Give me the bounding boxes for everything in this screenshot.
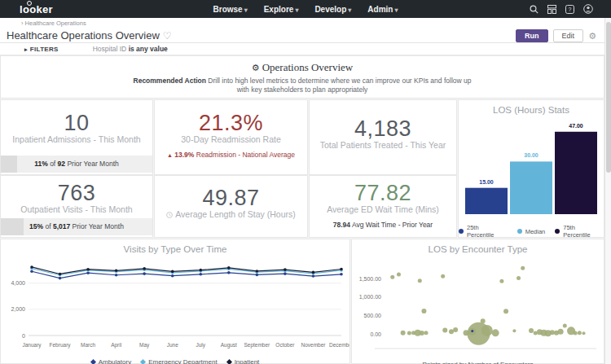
kpi-label: Outpatient Visits - This Month xyxy=(1,204,152,214)
kpi-tile-inpatient-admissions[interactable]: 10 Inpatient Admissions - This Month 11%… xyxy=(0,99,153,175)
triangle-up-icon: ▲ xyxy=(167,152,173,158)
kpi-value: 763 xyxy=(1,181,152,206)
title-actions: Run Edit ⚙ xyxy=(516,29,596,42)
nav-menu-browse[interactable]: Browse▾ xyxy=(213,5,248,14)
chevron-down-icon: ▾ xyxy=(348,7,351,14)
kpi-tile-ed-wait-time[interactable]: 77.82 Average ED Wait Time (Mins) 78.94 … xyxy=(309,175,457,238)
svg-text:March: March xyxy=(81,342,95,348)
svg-text:October: October xyxy=(275,342,295,348)
svg-text:30.00: 30.00 xyxy=(524,152,538,158)
page-title: Healthcare Operations Overview♡ xyxy=(7,29,172,42)
nav-menu-explore[interactable]: Explore▾ xyxy=(264,5,299,14)
chevron-right-icon: › xyxy=(21,20,24,27)
help-icon[interactable]: ? xyxy=(565,5,574,14)
kpi-label: 30-Day Readmission Rate xyxy=(155,134,307,144)
los-by-encounter-tile: LOS by Encounter Type 1,500.001,000.0050… xyxy=(351,239,604,364)
svg-text:August: August xyxy=(221,342,237,349)
kpi-progress-text: 15% of 5,017 Prior Year Month xyxy=(1,218,152,235)
search-icon[interactable] xyxy=(530,5,538,14)
chevron-down-icon: ▾ xyxy=(394,7,398,14)
vertical-scrollbar[interactable] xyxy=(604,18,611,364)
kpi-tile-readmission-rate[interactable]: 21.3% 30-Day Readmission Rate ▲ 13.9% Re… xyxy=(154,99,308,175)
legend-dot-icon xyxy=(555,229,560,234)
legend-marker-icon xyxy=(140,359,146,364)
nav-menu-admin[interactable]: Admin▾ xyxy=(367,5,398,14)
edit-button[interactable]: Edit xyxy=(553,29,584,42)
chart-title: LOS by Encounter Type xyxy=(352,244,604,254)
chart-title: LOS (Hours) Stats xyxy=(459,105,604,115)
recommended-action-text: Recommended Action Drill into high level… xyxy=(131,77,473,95)
legend-item[interactable]: Emergency Department xyxy=(141,358,217,364)
svg-text:1,000.00: 1,000.00 xyxy=(359,294,381,300)
kpi-value: 21.3% xyxy=(155,111,307,136)
kpi-value: 49.87 xyxy=(155,186,307,211)
kpi-tile-outpatient-visits[interactable]: 763 Outpatient Visits - This Month 15% o… xyxy=(0,175,153,238)
svg-text:September: September xyxy=(244,342,270,349)
kpi-progress-bar: 15% of 5,017 Prior Year Month xyxy=(1,218,152,235)
kpi-value: 77.82 xyxy=(310,181,456,206)
kpi-label: Inpatient Admissions - This Month xyxy=(1,134,152,144)
title-row: Healthcare Operations Overview♡ Run Edit… xyxy=(0,28,604,43)
kpi-progress-text: 11% of 92 Prior Year Month xyxy=(1,156,152,173)
svg-text:0: 0 xyxy=(22,333,25,339)
account-icon[interactable] xyxy=(583,4,593,14)
visits-chart[interactable]: 4,0002,0000JanuaryFebruaryMarchAprilMayJ… xyxy=(1,254,349,357)
svg-text:June: June xyxy=(167,342,178,348)
svg-text:November: November xyxy=(301,342,326,348)
chevron-down-icon: ▾ xyxy=(244,7,248,14)
favorite-heart-icon[interactable]: ♡ xyxy=(163,30,172,42)
svg-text:February: February xyxy=(50,342,72,349)
legend-item[interactable]: Ambulatory xyxy=(91,358,131,364)
run-button[interactable]: Run xyxy=(516,29,548,42)
svg-text:47.00: 47.00 xyxy=(569,123,583,129)
svg-text:15.00: 15.00 xyxy=(479,179,494,185)
filter-hospital-id[interactable]: Hospital ID is any value xyxy=(93,45,168,53)
kpi-label: Average Length of Stay (Hours) xyxy=(155,209,307,220)
kpi-progress-bar: 11% of 92 Prior Year Month xyxy=(1,156,152,173)
svg-text:July: July xyxy=(196,342,205,349)
legend-item[interactable]: 75th Percentile xyxy=(555,224,604,239)
svg-text:4,000: 4,000 xyxy=(11,280,25,286)
svg-text:?: ? xyxy=(569,7,572,12)
top-nav-bar: looker Browse▾ Explore▾ Develop▾ Admin▾ … xyxy=(0,0,611,18)
chart-caption: Points sized by Number of Encounters xyxy=(352,361,604,364)
kpi-comparison: 78.94 Avg Wait Time - Prior Year xyxy=(310,221,456,229)
svg-text:December: December xyxy=(329,342,349,348)
kpi-label: Total Patients Treated - This Year xyxy=(310,140,456,150)
kpi-tile-avg-length-of-stay[interactable]: 49.87 Average Length of Stay (Hours) xyxy=(154,175,308,238)
legend-item[interactable]: 25th Percentile xyxy=(459,224,508,239)
svg-text:500.00: 500.00 xyxy=(364,313,382,318)
los-encounter-chart[interactable]: 1,500.001,000.00500.000.00 xyxy=(352,254,604,360)
legend-dot-icon xyxy=(517,229,522,234)
scrollbar-thumb[interactable] xyxy=(606,22,611,173)
legend-item[interactable]: Inpatient xyxy=(227,358,260,364)
visits-by-type-tile: Visits by Type Over Time 4,0002,0000Janu… xyxy=(0,239,350,364)
svg-text:May: May xyxy=(139,342,150,349)
los-stats-chart[interactable]: 15.0030.0047.00 xyxy=(459,115,604,222)
kpi-label: Average ED Wait Time (Mins) xyxy=(310,204,456,214)
dashboard-settings-gear-icon[interactable]: ⚙ xyxy=(588,31,596,42)
chart-title: Visits by Type Over Time xyxy=(1,244,349,254)
svg-text:0.00: 0.00 xyxy=(370,331,381,337)
chevron-down-icon: ▾ xyxy=(295,7,298,14)
breadcrumb-row: › Healthcare Operations xyxy=(0,18,604,28)
operations-overview-text-tile: ⚙Operations Overview Recommended Action … xyxy=(0,55,604,99)
kpi-tile-total-patients[interactable]: 4,183 Total Patients Treated - This Year xyxy=(309,99,457,175)
caret-right-icon: ▸ xyxy=(24,46,28,52)
svg-text:January: January xyxy=(22,342,42,349)
filters-toggle[interactable]: ▸FILTERS xyxy=(24,46,59,53)
marketplace-icon[interactable] xyxy=(547,5,556,14)
kpi-value: 4,183 xyxy=(310,116,456,142)
legend-marker-icon xyxy=(90,359,96,364)
nav-menu-develop[interactable]: Develop▾ xyxy=(314,5,351,14)
svg-text:2,000: 2,000 xyxy=(11,306,25,312)
filters-bar: ▸FILTERS Hospital ID is any value xyxy=(0,43,604,55)
looker-dashboard-page: looker Browse▾ Explore▾ Develop▾ Admin▾ … xyxy=(0,0,611,364)
gears-icon: ⚙ xyxy=(252,63,260,72)
svg-text:1,500.00: 1,500.00 xyxy=(359,276,381,282)
nav-icon-group: ? xyxy=(530,0,593,18)
nav-menu-group: Browse▾ Explore▾ Develop▾ Admin▾ xyxy=(0,0,611,18)
los-stats-legend: 25th PercentileMedian75th Percentile xyxy=(459,224,604,239)
legend-item[interactable]: Median xyxy=(517,228,546,235)
clock-icon xyxy=(166,210,173,220)
